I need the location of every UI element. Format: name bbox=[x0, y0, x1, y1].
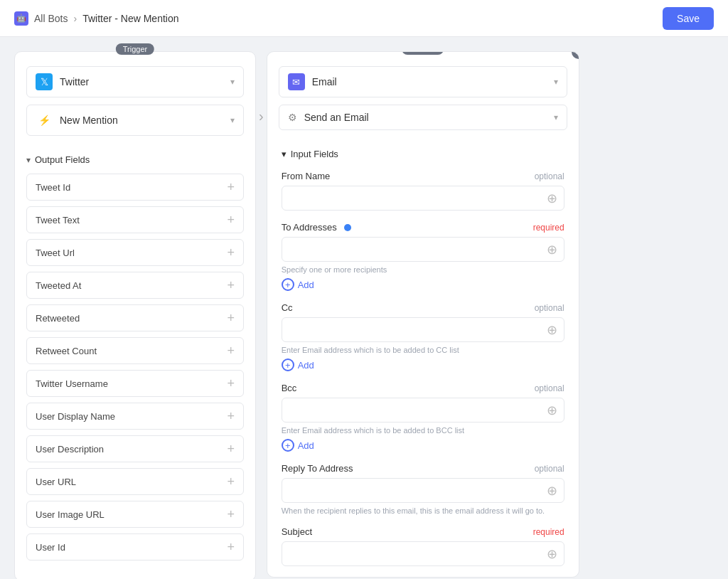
input-fields-section: ▾ Input Fields From Name optional ⊕ To bbox=[267, 137, 579, 578]
cc-hint: Enter Email address which is to be added… bbox=[282, 346, 564, 354]
output-field-plus-icon[interactable]: + bbox=[227, 410, 235, 423]
cc-add-link[interactable]: + Add bbox=[282, 358, 564, 371]
to-addresses-add-link[interactable]: + Add bbox=[282, 278, 564, 291]
from-name-optional: optional bbox=[535, 171, 564, 181]
output-field-label: User Image URL bbox=[36, 509, 105, 520]
main-content: Trigger 𝕏 Twitter ▾ ⚡ New Mention ▾ bbox=[0, 37, 728, 579]
subject-plus-icon[interactable]: ⊕ bbox=[547, 548, 557, 561]
from-name-label: From Name bbox=[282, 171, 331, 181]
reply-to-plus-icon[interactable]: ⊕ bbox=[547, 484, 557, 497]
output-field-label: Tweet Id bbox=[36, 182, 70, 193]
output-field-plus-icon[interactable]: + bbox=[227, 181, 235, 193]
output-field-label: Twitter Username bbox=[36, 378, 108, 389]
output-field-plus-icon[interactable]: + bbox=[227, 475, 235, 488]
twitter-dropdown[interactable]: 𝕏 Twitter ▾ bbox=[26, 66, 244, 97]
subject-input[interactable] bbox=[282, 541, 564, 566]
output-field-plus-icon[interactable]: + bbox=[227, 442, 235, 455]
output-field-plus-icon[interactable]: + bbox=[227, 312, 235, 324]
breadcrumb-chevron: › bbox=[73, 13, 77, 24]
email-dropdown[interactable]: ✉ Email ▾ bbox=[279, 66, 567, 97]
to-addresses-hint: Specify one or more recipients bbox=[282, 265, 564, 274]
send-email-dropdown[interactable]: ⚙ Send an Email ▾ bbox=[279, 105, 567, 130]
input-collapse-icon[interactable]: ▾ bbox=[282, 149, 287, 159]
output-field-row[interactable]: Tweet Id + bbox=[26, 174, 244, 201]
to-addresses-label: To Addresses bbox=[282, 222, 337, 233]
to-addresses-input[interactable] bbox=[282, 237, 564, 262]
bcc-add-link[interactable]: + Add bbox=[282, 439, 564, 452]
output-field-label: Tweet Text bbox=[36, 215, 80, 225]
reply-to-group: Reply To Address optional ⊕ When the rec… bbox=[282, 463, 564, 515]
twitter-icon: 𝕏 bbox=[36, 73, 53, 90]
output-field-plus-icon[interactable]: + bbox=[227, 279, 235, 292]
output-field-label: Retweeted bbox=[36, 313, 80, 324]
output-field-row[interactable]: Tweeted At + bbox=[26, 272, 244, 299]
to-addresses-input-wrapper: ⊕ bbox=[282, 237, 564, 262]
output-field-row[interactable]: Tweet Url + bbox=[26, 239, 244, 266]
reply-to-hint: When the recipient replies to this email… bbox=[282, 506, 564, 515]
reply-to-input[interactable] bbox=[282, 478, 564, 503]
output-field-row[interactable]: User Description + bbox=[26, 435, 244, 462]
output-field-plus-icon[interactable]: + bbox=[227, 508, 235, 521]
mention-chevron-icon: ▾ bbox=[230, 115, 235, 125]
header: 🤖 All Bots › Twitter - New Mention Save bbox=[0, 0, 728, 37]
cc-group: Cc optional ⊕ Enter Email address which … bbox=[282, 302, 564, 371]
send-email-chevron-icon: ▾ bbox=[554, 112, 558, 122]
output-field-row[interactable]: User Image URL + bbox=[26, 501, 244, 528]
output-field-row[interactable]: User Id + bbox=[26, 533, 244, 561]
trigger-badge: Trigger bbox=[116, 43, 154, 55]
output-fields-header: ▾ Output Fields bbox=[26, 154, 244, 165]
reply-to-input-wrapper: ⊕ bbox=[282, 478, 564, 503]
breadcrumb: 🤖 All Bots › Twitter - New Mention bbox=[14, 11, 179, 26]
output-field-row[interactable]: Retweet Count + bbox=[26, 337, 244, 364]
output-field-row[interactable]: Retweeted + bbox=[26, 304, 244, 331]
output-fields-label: Output Fields bbox=[35, 154, 90, 165]
action-badge: Action 1 bbox=[402, 51, 444, 55]
page-title: Twitter - New Mention bbox=[82, 13, 178, 24]
to-addresses-dot bbox=[344, 224, 351, 231]
to-addresses-required: required bbox=[533, 223, 564, 233]
gear-icon: ⚙ bbox=[288, 112, 297, 123]
email-label: Email bbox=[312, 76, 337, 87]
output-field-plus-icon[interactable]: + bbox=[227, 541, 235, 553]
bcc-add-label: Add bbox=[298, 440, 314, 451]
bcc-input[interactable] bbox=[282, 398, 564, 423]
subject-input-wrapper: ⊕ bbox=[282, 541, 564, 566]
output-field-plus-icon[interactable]: + bbox=[227, 213, 235, 226]
bcc-plus-icon[interactable]: ⊕ bbox=[547, 404, 557, 417]
output-field-plus-icon[interactable]: + bbox=[227, 377, 235, 390]
subject-group: Subject required ⊕ bbox=[282, 526, 564, 566]
all-bots-link[interactable]: All Bots bbox=[34, 13, 68, 24]
cc-plus-icon[interactable]: ⊕ bbox=[547, 324, 557, 336]
from-name-input[interactable] bbox=[282, 186, 564, 211]
bot-icon: 🤖 bbox=[14, 11, 28, 26]
arrow-connector: › bbox=[256, 51, 267, 124]
output-field-label: Retweet Count bbox=[36, 346, 97, 356]
email-chevron-icon: ▾ bbox=[554, 77, 558, 87]
output-field-plus-icon[interactable]: + bbox=[227, 246, 235, 259]
output-field-label: Tweet Url bbox=[36, 248, 75, 258]
from-name-plus-icon[interactable]: ⊕ bbox=[547, 192, 557, 205]
bcc-input-wrapper: ⊕ bbox=[282, 398, 564, 423]
output-field-row[interactable]: Tweet Text + bbox=[26, 206, 244, 233]
output-field-row[interactable]: Twitter Username + bbox=[26, 370, 244, 397]
new-mention-dropdown[interactable]: ⚡ New Mention ▾ bbox=[26, 105, 244, 136]
to-addresses-plus-icon[interactable]: ⊕ bbox=[547, 243, 557, 256]
output-fields-list: Tweet Id + Tweet Text + Tweet Url + Twee… bbox=[26, 174, 244, 561]
reply-to-label: Reply To Address bbox=[282, 463, 353, 474]
input-fields-header: ▾ Input Fields bbox=[282, 149, 564, 159]
output-field-label: Tweeted At bbox=[36, 280, 81, 291]
to-addresses-group: To Addresses required ⊕ Specify one or m… bbox=[282, 222, 564, 291]
cc-input[interactable] bbox=[282, 317, 564, 342]
bcc-group: Bcc optional ⊕ Enter Email address which… bbox=[282, 383, 564, 452]
output-field-label: User URL bbox=[36, 477, 76, 487]
to-addresses-add-label: Add bbox=[298, 280, 314, 290]
output-field-plus-icon[interactable]: + bbox=[227, 344, 235, 357]
output-field-label: User Id bbox=[36, 542, 65, 553]
output-field-label: User Display Name bbox=[36, 411, 115, 422]
output-field-row[interactable]: User URL + bbox=[26, 468, 244, 495]
save-button[interactable]: Save bbox=[663, 7, 714, 30]
collapse-icon[interactable]: ▾ bbox=[26, 155, 31, 165]
input-fields-label: Input Fields bbox=[291, 149, 338, 159]
output-field-row[interactable]: User Display Name + bbox=[26, 403, 244, 430]
send-email-label: Send an Email bbox=[304, 112, 369, 123]
